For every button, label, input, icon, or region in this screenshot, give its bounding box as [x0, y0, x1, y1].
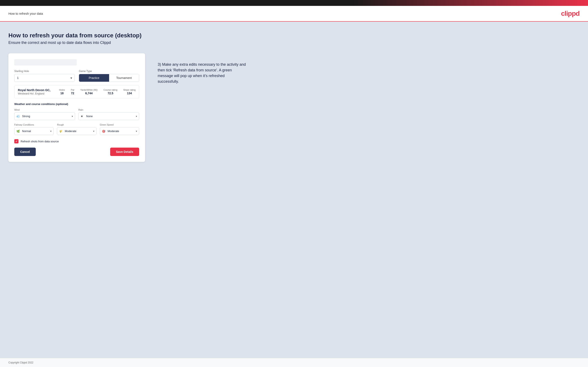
form-card: Starting Hole 1 ▾ Game Type Practice Tou… — [9, 53, 145, 162]
page-subheading: Ensure the correct and most up to date d… — [9, 41, 579, 45]
green-speed-select-wrapper: 🎯 Moderate ▾ — [100, 127, 139, 135]
yards-label: Yards/White (M)) — [80, 89, 97, 91]
rain-select-wrapper: ☀ None ▾ — [78, 112, 139, 120]
practice-button[interactable]: Practice — [79, 74, 109, 82]
copyright: Copyright Clippd 2022 — [9, 361, 34, 364]
game-type-toggle: Practice Tournament — [79, 74, 139, 82]
game-type-label: Game Type — [79, 70, 139, 73]
header-title: How to refresh your data — [9, 12, 43, 15]
par-value: 72 — [71, 92, 74, 95]
main-content: How to refresh your data from source (de… — [0, 22, 588, 358]
holes-label: Holes — [59, 89, 65, 91]
rain-group: Rain ☀ None ▾ — [78, 108, 139, 120]
course-info-box: Royal North Devon GC, Westward Ho!, Engl… — [14, 85, 139, 98]
green-speed-group: Green Speed 🎯 Moderate ▾ — [100, 124, 139, 135]
green-speed-select[interactable]: Moderate — [100, 127, 139, 135]
wind-select-wrapper: 💨 Strong ▾ — [14, 112, 75, 120]
refresh-checkbox[interactable] — [14, 139, 18, 143]
fairway-label: Fairway Conditions — [14, 124, 54, 126]
refresh-row: Refresh shots from data source — [14, 139, 139, 143]
yards-value: 6,744 — [85, 92, 93, 95]
refresh-label: Refresh shots from data source — [21, 140, 59, 143]
rain-select[interactable]: None — [78, 112, 139, 120]
description-text: 3) Make any extra edits necessary to the… — [158, 53, 246, 84]
course-details: Royal North Devon GC, Westward Ho!, Engl… — [18, 88, 51, 95]
holes-stat: Holes 18 — [59, 89, 65, 95]
logo: clippd — [561, 10, 579, 17]
slope-rating-stat: Slope rating 134 — [123, 89, 136, 95]
weather-row: Wind 💨 Strong ▾ Rain ☀ None — [14, 108, 139, 120]
course-rating-label: Course rating — [104, 89, 117, 91]
slope-rating-value: 134 — [127, 92, 132, 95]
header: How to refresh your data clippd — [0, 6, 588, 22]
rough-select[interactable]: Moderate — [57, 127, 96, 135]
par-stat: Par 72 — [71, 89, 74, 95]
content-area: Starting Hole 1 ▾ Game Type Practice Tou… — [9, 53, 579, 162]
course-location: Westward Ho!, England — [18, 92, 51, 95]
course-rating-value: 72.5 — [108, 92, 113, 95]
weather-section-title: Weather and course conditions (optional) — [14, 102, 139, 106]
save-details-button[interactable]: Save Details — [110, 148, 139, 156]
wind-select[interactable]: Strong — [14, 112, 75, 120]
conditions-row: Fairway Conditions 🌿 Normal ▾ Rough 🌾 — [14, 124, 139, 135]
card-hint — [14, 59, 77, 66]
starting-hole-select-wrapper: 1 ▾ — [14, 74, 75, 82]
game-type-group: Game Type Practice Tournament — [79, 70, 139, 82]
card-actions: Cancel Save Details — [14, 148, 139, 156]
rough-group: Rough 🌾 Moderate ▾ — [57, 124, 96, 135]
cancel-button[interactable]: Cancel — [14, 148, 36, 156]
rain-label: Rain — [78, 108, 139, 111]
course-stats: Holes 18 Par 72 Yards/White (M)) 6,744 C… — [59, 89, 136, 95]
wind-group: Wind 💨 Strong ▾ — [14, 108, 75, 120]
fairway-group: Fairway Conditions 🌿 Normal ▾ — [14, 124, 54, 135]
tournament-button[interactable]: Tournament — [109, 74, 139, 82]
slope-rating-label: Slope rating — [123, 89, 136, 91]
course-rating-stat: Course rating 72.5 — [104, 89, 117, 95]
holes-value: 18 — [60, 92, 64, 95]
rough-label: Rough — [57, 124, 96, 126]
par-label: Par — [71, 89, 74, 91]
fairway-select-wrapper: 🌿 Normal ▾ — [14, 127, 54, 135]
course-name: Royal North Devon GC, — [18, 88, 51, 92]
yards-stat: Yards/White (M)) 6,744 — [80, 89, 97, 95]
fairway-select[interactable]: Normal — [14, 127, 54, 135]
game-type-row: Starting Hole 1 ▾ Game Type Practice Tou… — [14, 70, 139, 82]
starting-hole-select[interactable]: 1 — [14, 74, 75, 82]
top-bar — [0, 0, 588, 6]
wind-label: Wind — [14, 108, 75, 111]
green-speed-label: Green Speed — [100, 124, 139, 126]
page-heading: How to refresh your data from source (de… — [9, 32, 579, 39]
starting-hole-group: Starting Hole 1 ▾ — [14, 70, 75, 82]
rough-select-wrapper: 🌾 Moderate ▾ — [57, 127, 96, 135]
starting-hole-label: Starting Hole — [14, 70, 75, 73]
footer: Copyright Clippd 2022 — [0, 358, 588, 367]
